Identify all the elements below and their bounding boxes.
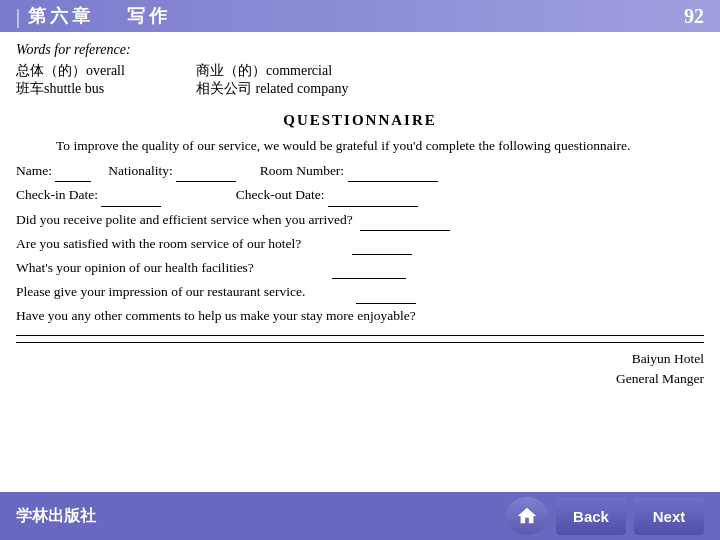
word-item-2-cn: 班车shuttle bus <box>16 80 176 98</box>
room-blank <box>348 159 438 182</box>
satisfied-blank <box>352 232 412 255</box>
divider-lines <box>16 335 704 343</box>
footer-nav: Back Next <box>506 497 704 535</box>
signature-line1: Baiyun Hotel <box>16 349 704 369</box>
header-section-title: 写作 <box>127 4 171 28</box>
checkout-label: Check-out Date: <box>236 187 328 202</box>
checkout-blank <box>328 183 418 206</box>
word-item-1-cn: 总体（的）overall <box>16 62 176 80</box>
home-button[interactable] <box>506 497 548 535</box>
header-chapter: 第六章 <box>28 4 94 28</box>
divider-line-2 <box>16 342 704 343</box>
polite-blank <box>360 208 450 231</box>
name-label: Name: <box>16 163 55 178</box>
nationality-label: Nationality: <box>108 163 176 178</box>
room-label: Room Number: <box>260 163 348 178</box>
word-item-1-en: 商业（的）commercial <box>196 62 704 80</box>
main-content: Words for reference: 总体（的）overall 商业（的）c… <box>0 32 720 492</box>
form-row-7: Have you any other comments to help us m… <box>16 305 704 327</box>
restaurant-label: Please give your impression of our resta… <box>16 284 356 299</box>
home-icon <box>516 505 538 527</box>
polite-label: Did you receive polite and efficient ser… <box>16 212 360 227</box>
questionnaire-title: QUESTIONNAIRE <box>16 108 704 133</box>
header-space <box>102 6 119 27</box>
health-blank2 <box>392 256 406 279</box>
header-left: | 第六章 写作 <box>16 4 171 28</box>
header-divider: | <box>16 5 20 28</box>
back-button[interactable]: Back <box>556 497 626 535</box>
nationality-blank <box>176 159 236 182</box>
footer: 学林出版社 Back Next <box>0 492 720 540</box>
comments-label: Have you any other comments to help us m… <box>16 308 416 323</box>
words-grid: 总体（的）overall 商业（的）commercial 班车shuttle b… <box>16 62 704 98</box>
health-label: What's your opinion of our health facili… <box>16 260 332 275</box>
signature-section: Baiyun Hotel General Manger <box>16 349 704 390</box>
checkin-blank <box>101 183 161 206</box>
name-blank <box>55 159 91 182</box>
checkin-label: Check-in Date: <box>16 187 101 202</box>
divider-line-1 <box>16 335 704 336</box>
page-number: 92 <box>684 5 704 28</box>
restaurant-blank <box>356 280 416 303</box>
form-row-2: Check-in Date: Check-out Date: <box>16 183 704 206</box>
questionnaire-intro: To improve the quality of our service, w… <box>16 135 704 157</box>
words-reference-title: Words for reference: <box>16 42 704 58</box>
signature-line2: General Manger <box>16 369 704 389</box>
form-row-1: Name: Nationality: Room Number: <box>16 159 704 182</box>
word-item-2-en: 相关公司 related company <box>196 80 704 98</box>
health-blank <box>332 256 392 279</box>
form-row-6: Please give your impression of our resta… <box>16 280 704 303</box>
next-button[interactable]: Next <box>634 497 704 535</box>
form-row-4: Are you satisfied with the room service … <box>16 232 704 255</box>
satisfied-label: Are you satisfied with the room service … <box>16 236 352 251</box>
form-row-5: What's your opinion of our health facili… <box>16 256 704 279</box>
questionnaire-section: QUESTIONNAIRE To improve the quality of … <box>16 108 704 389</box>
form-row-3: Did you receive polite and efficient ser… <box>16 208 704 231</box>
header: | 第六章 写作 92 <box>0 0 720 32</box>
footer-logo: 学林出版社 <box>16 506 96 527</box>
